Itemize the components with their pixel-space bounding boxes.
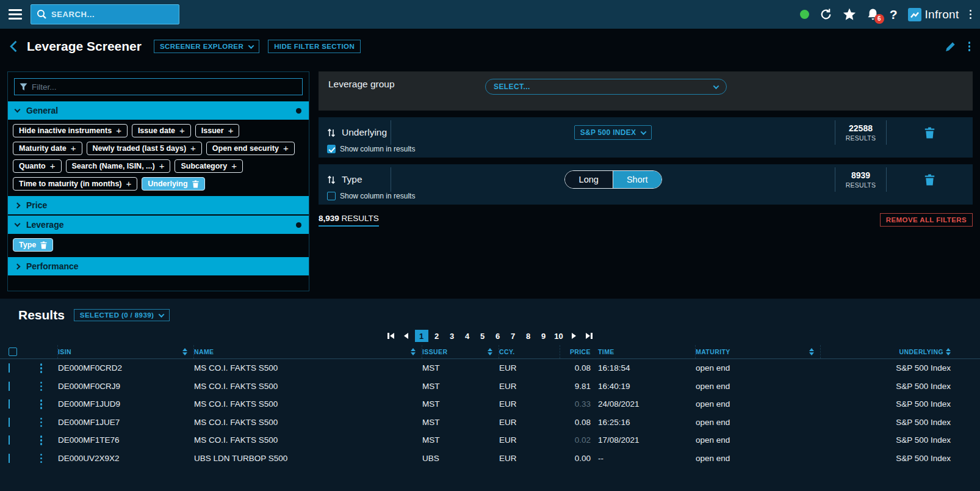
table-row[interactable]: DE000MF0CRJ9 MS CO.I. FAKTS S500 MST EUR… xyxy=(0,377,980,396)
toggle-option-long[interactable]: Long xyxy=(565,171,613,188)
screener-explorer-dropdown[interactable]: SCREENER EXPLORER xyxy=(154,40,259,53)
row-menu-icon[interactable] xyxy=(24,382,58,391)
filter-chip[interactable]: Newly traded (last 5 days)+ xyxy=(87,142,202,155)
leverage-group-card: Leverage group SELECT... xyxy=(319,71,973,111)
page-button[interactable]: 6 xyxy=(491,330,505,342)
hide-filter-section-button[interactable]: HIDE FILTER SECTION xyxy=(268,40,361,53)
toggle-option-short[interactable]: Short xyxy=(613,171,661,188)
table-row[interactable]: DE000MF1TE76 MS CO.I. FAKTS S500 MST EUR… xyxy=(0,431,980,449)
page-button[interactable]: 5 xyxy=(476,330,489,342)
trash-icon[interactable] xyxy=(40,241,47,249)
next-page-button[interactable] xyxy=(567,330,581,342)
filter-chip[interactable]: Quanto+ xyxy=(13,159,62,173)
underlying-trash-icon[interactable] xyxy=(886,120,973,145)
active-filter-dot xyxy=(296,108,301,114)
column-header-isin[interactable]: ISIN xyxy=(58,345,194,358)
general-chips: Hide inactive instruments+ Issue date+ I… xyxy=(8,120,309,195)
section-leverage[interactable]: Leverage xyxy=(8,216,309,234)
back-chevron-icon[interactable] xyxy=(9,40,18,53)
column-header-time[interactable]: TIME xyxy=(598,345,696,358)
refresh-icon[interactable] xyxy=(820,8,832,21)
sort-arrows-icon[interactable] xyxy=(327,128,336,138)
column-header-issuer[interactable]: ISSUER xyxy=(422,345,499,358)
add-icon: + xyxy=(283,145,289,152)
filter-chip-underlying-active[interactable]: Underlying xyxy=(142,177,204,191)
column-header-underlying[interactable]: UNDERLYING xyxy=(821,345,980,358)
section-price[interactable]: Price xyxy=(8,196,309,214)
row-checkbox[interactable] xyxy=(9,382,10,391)
filter-chip-type-active[interactable]: Type xyxy=(13,238,53,252)
cell-time: 16:25:16 xyxy=(598,418,696,427)
cell-issuer: MST xyxy=(422,399,499,409)
filter-chip[interactable]: Maturity date+ xyxy=(13,142,82,155)
chevron-down-icon xyxy=(159,311,165,318)
row-checkbox[interactable] xyxy=(9,363,10,373)
row-checkbox[interactable] xyxy=(9,418,10,427)
hamburger-menu-icon[interactable] xyxy=(9,9,22,20)
table-row[interactable]: DE000MF0CRD2 MS CO.I. FAKTS S500 MST EUR… xyxy=(0,359,980,377)
filter-chip[interactable]: Issue date+ xyxy=(132,124,191,137)
table-row[interactable]: DE000MF1JUE7 MS CO.I. FAKTS S500 MST EUR… xyxy=(0,413,980,432)
previous-page-button[interactable] xyxy=(400,330,413,342)
first-page-button[interactable] xyxy=(384,330,398,342)
type-trash-icon[interactable] xyxy=(886,167,973,192)
filter-chip[interactable]: Subcategory+ xyxy=(175,159,242,173)
results-count-link[interactable]: 8,939 RESULTS xyxy=(319,214,379,227)
filter-chip[interactable]: Time to maturity (in months)+ xyxy=(13,177,137,191)
global-search[interactable] xyxy=(31,4,179,24)
page-button[interactable]: 3 xyxy=(445,330,459,342)
page-button[interactable]: 2 xyxy=(430,330,444,342)
filter-chip[interactable]: Hide inactive instruments+ xyxy=(13,124,128,137)
column-header-ccy[interactable]: CCY. xyxy=(499,345,560,358)
section-general[interactable]: General xyxy=(8,101,309,120)
trash-icon[interactable] xyxy=(192,180,199,188)
select-all-checkbox[interactable] xyxy=(9,347,17,356)
show-column-checkbox[interactable] xyxy=(327,192,336,200)
table-row[interactable]: DE000MF1JUD9 MS CO.I. FAKTS S500 MST EUR… xyxy=(0,395,980,413)
last-page-button[interactable] xyxy=(583,330,596,342)
remove-all-filters-button[interactable]: REMOVE ALL FILTERS xyxy=(880,213,973,227)
topbar-overflow-menu-icon[interactable] xyxy=(970,10,972,20)
search-input[interactable] xyxy=(51,10,173,19)
page-button[interactable]: 8 xyxy=(522,330,535,342)
notifications-bell-icon[interactable]: 6 xyxy=(867,8,879,21)
table-row[interactable]: DE000UV2X9X2 UBS LDN TURBOP S500 UBS EUR… xyxy=(0,449,980,468)
page-button[interactable]: 1 xyxy=(415,330,428,342)
cell-underlying: S&P 500 Index xyxy=(821,382,980,391)
page-button[interactable]: 10 xyxy=(552,330,566,342)
filter-input[interactable] xyxy=(32,82,297,92)
row-menu-icon[interactable] xyxy=(24,454,58,464)
row-menu-icon[interactable] xyxy=(24,418,58,427)
column-header-name[interactable]: NAME xyxy=(194,345,422,358)
cell-price: 0.33 xyxy=(560,399,598,409)
column-header-maturity[interactable]: MATURITY xyxy=(696,345,821,358)
leverage-group-select[interactable]: SELECT... xyxy=(485,79,727,95)
page-button[interactable]: 9 xyxy=(537,330,550,342)
row-checkbox[interactable] xyxy=(9,454,10,463)
header-overflow-menu-icon[interactable] xyxy=(968,42,971,51)
page-button[interactable]: 7 xyxy=(506,330,520,342)
row-menu-icon[interactable] xyxy=(24,363,58,373)
filter-chip[interactable]: Issuer+ xyxy=(195,124,240,137)
row-menu-icon[interactable] xyxy=(24,435,58,445)
row-menu-icon[interactable] xyxy=(24,399,58,409)
column-header-price[interactable]: PRICE xyxy=(560,345,598,358)
favorites-star-icon[interactable] xyxy=(843,8,856,21)
filter-chip[interactable]: Open end security+ xyxy=(206,142,295,155)
cell-issuer: MST xyxy=(422,418,499,427)
section-performance[interactable]: Performance xyxy=(8,257,309,275)
help-icon[interactable]: ? xyxy=(890,7,898,22)
row-checkbox[interactable] xyxy=(9,399,10,409)
edit-pencil-icon[interactable] xyxy=(945,41,956,53)
filter-chip[interactable]: Search (Name, ISIN, ...)+ xyxy=(66,159,171,173)
chip-label: Issuer xyxy=(201,126,224,135)
type-filter-label: Type xyxy=(342,174,362,185)
row-checkbox[interactable] xyxy=(9,435,10,445)
add-icon: + xyxy=(190,145,196,152)
underlying-value-dropdown[interactable]: S&P 500 INDEX xyxy=(574,125,652,140)
selected-dropdown[interactable]: SELECTED (0 / 8939) xyxy=(74,309,170,321)
page-button[interactable]: 4 xyxy=(461,330,474,342)
filter-search[interactable] xyxy=(14,78,303,95)
sort-arrows-icon[interactable] xyxy=(327,175,336,185)
show-column-checkbox[interactable] xyxy=(327,145,336,153)
